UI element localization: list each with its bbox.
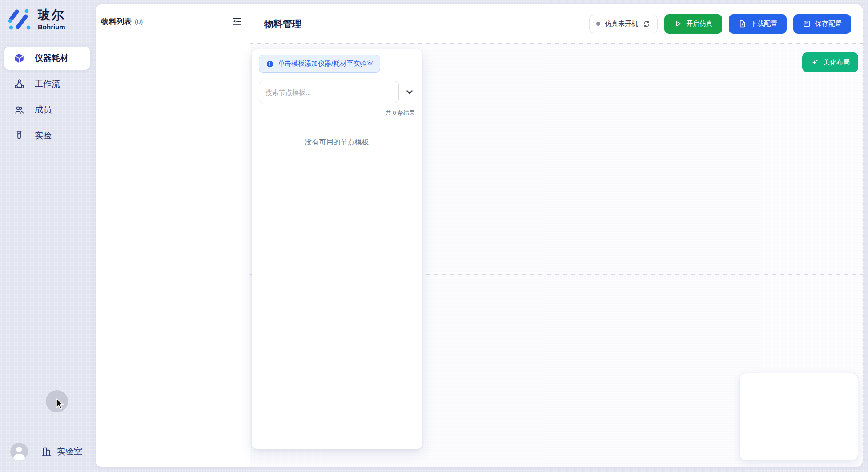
chevron-down-icon (404, 87, 415, 97)
sidebar-item-label: 成员 (35, 104, 52, 116)
brand-name: 玻尔 Bohrium (38, 8, 65, 31)
page-title: 物料管理 (264, 18, 301, 30)
material-list-panel: 物料列表 (0) (96, 4, 250, 467)
template-hint-text: 单击模板添加仪器/耗材至实验室 (278, 60, 373, 68)
sidebar-footer: 实验室 (10, 443, 82, 460)
play-icon (674, 20, 682, 28)
download-config-label: 下载配置 (751, 20, 777, 28)
template-search-row (259, 81, 415, 103)
bohrium-logo-icon (8, 8, 31, 31)
workflow-icon (13, 78, 25, 90)
mouse-cursor (54, 398, 65, 411)
beautify-layout-label: 美化布局 (823, 58, 850, 67)
header-actions: 仿真未开机 (589, 14, 851, 34)
main-card: 物料列表 (0) 物料管理 仿真未开机 (96, 4, 863, 467)
sidebar-item-label: 仪器耗材 (35, 52, 68, 64)
minimap[interactable] (739, 373, 858, 460)
material-list-header: 物料列表 (0) (96, 4, 250, 38)
app-logo: 玻尔 Bohrium (8, 8, 65, 31)
cube-icon (13, 52, 25, 64)
refresh-status-button[interactable] (643, 20, 651, 28)
sidebar-nav: 仪器耗材 工作流 (4, 47, 90, 150)
sim-status-pill: 仿真未开机 (589, 15, 658, 33)
download-config-button[interactable]: 下载配置 (729, 14, 787, 34)
start-simulation-label: 开启仿真 (686, 20, 713, 28)
work-area: 物料管理 仿真未开机 (250, 4, 863, 467)
material-list-count: (0) (135, 18, 143, 25)
template-hint-banner: 单击模板添加仪器/耗材至实验室 (259, 55, 380, 73)
empty-template-message: 没有可用的节点模板 (259, 138, 415, 147)
canvas-gridline (640, 192, 640, 319)
material-list-title: 物料列表 (101, 16, 132, 27)
save-config-label: 保存配置 (815, 20, 842, 28)
sidebar-item-lab[interactable]: 实验室 (41, 446, 82, 457)
lab-entry-label: 实验室 (57, 446, 82, 457)
save-icon (803, 20, 811, 28)
result-count: 共 0 条结果 (259, 109, 415, 117)
test-tube-icon (13, 130, 25, 141)
beautify-layout-button[interactable]: 美化布局 (802, 52, 858, 72)
menu-fold-icon (232, 16, 242, 27)
app-root: 玻尔 Bohrium 仪器耗材 (0, 0, 868, 472)
template-panel: 单击模板添加仪器/耗材至实验室 共 0 条结果 没有可用的节点模板 (252, 49, 422, 449)
canvas-gridline (423, 44, 423, 467)
sidebar-item-members[interactable]: 成员 (4, 98, 90, 121)
template-search-input[interactable] (259, 81, 399, 103)
info-icon (266, 60, 274, 68)
collapse-panel-button[interactable] (232, 16, 242, 27)
status-dot-icon (596, 22, 600, 26)
brand-name-en: Bohrium (38, 23, 65, 31)
building-icon (41, 446, 52, 457)
members-icon (13, 104, 25, 116)
file-download-icon (738, 20, 747, 28)
header: 物料管理 仿真未开机 (250, 4, 863, 44)
sidebar-item-label: 工作流 (35, 78, 60, 90)
sparkles-icon (811, 58, 819, 67)
sidebar-item-label: 实验 (35, 130, 52, 141)
expand-filter-button[interactable] (404, 87, 415, 97)
save-config-button[interactable]: 保存配置 (793, 14, 851, 34)
flow-canvas[interactable]: 单击模板添加仪器/耗材至实验室 共 0 条结果 没有可用的节点模板 (250, 44, 863, 467)
sim-status-label: 仿真未开机 (605, 20, 638, 28)
start-simulation-button[interactable]: 开启仿真 (664, 14, 722, 34)
refresh-icon (643, 20, 651, 28)
brand-name-zh: 玻尔 (38, 8, 65, 22)
user-avatar[interactable] (10, 443, 28, 460)
sidebar-item-workflow[interactable]: 工作流 (4, 72, 90, 96)
sidebar-item-instruments[interactable]: 仪器耗材 (4, 47, 90, 70)
sidebar-item-experiments[interactable]: 实验 (4, 124, 90, 147)
